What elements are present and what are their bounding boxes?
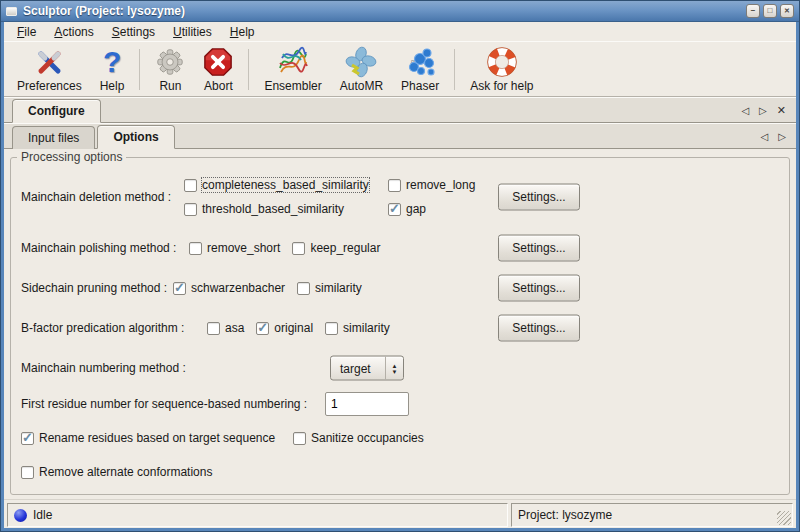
tab-configure-label: Configure xyxy=(28,104,85,118)
ensembler-button[interactable]: Ensembler xyxy=(255,44,330,95)
selected-value: target xyxy=(331,361,385,375)
menu-help[interactable]: Help xyxy=(221,23,264,41)
checkbox-similarity-pruning[interactable]: similarity xyxy=(297,281,362,295)
preferences-button[interactable]: Preferences xyxy=(8,44,91,95)
checkbox-threshold-based-similarity[interactable]: threshold_based_similarity xyxy=(184,202,388,216)
checkbox-box[interactable] xyxy=(21,466,34,479)
tab-close-icon[interactable] xyxy=(777,105,786,116)
checkbox-box[interactable] xyxy=(297,282,310,295)
tab-configure[interactable]: Configure xyxy=(12,99,101,123)
checkbox-box[interactable] xyxy=(388,179,401,192)
crossed-tools-icon xyxy=(33,45,65,79)
status-indicator-icon xyxy=(14,509,27,522)
checkbox-original[interactable]: original xyxy=(256,321,313,335)
checkbox-label: keep_regular xyxy=(310,241,380,255)
checkbox-similarity-bfactor[interactable]: similarity xyxy=(325,321,390,335)
tab-options-label: Options xyxy=(113,130,158,144)
spinner-arrows-icon[interactable] xyxy=(385,357,403,380)
automr-button[interactable]: AutoMR xyxy=(331,44,392,95)
tab-options[interactable]: Options xyxy=(97,125,174,149)
run-button[interactable]: Run xyxy=(146,44,194,95)
help-button[interactable]: Help xyxy=(91,44,134,95)
titlebar[interactable]: Sculptor (Project: lysozyme) xyxy=(1,1,799,22)
checkbox-label: asa xyxy=(225,321,244,335)
maximize-button[interactable] xyxy=(763,4,777,18)
first-residue-input[interactable] xyxy=(325,392,409,416)
abort-label: Abort xyxy=(204,79,233,93)
checkbox-box[interactable] xyxy=(189,242,202,255)
menu-actions[interactable]: Actions xyxy=(45,23,102,41)
checkbox-label: threshold_based_similarity xyxy=(202,202,344,216)
checkbox-box[interactable] xyxy=(388,203,401,216)
run-label: Run xyxy=(159,79,181,93)
toolbar-separator xyxy=(139,49,140,90)
minimize-button[interactable] xyxy=(746,4,760,18)
checkbox-rename-residues[interactable]: Rename residues based on target sequence xyxy=(21,431,275,445)
stop-octagon-icon xyxy=(203,45,233,79)
numbering-method-select[interactable]: target xyxy=(330,356,404,381)
checkbox-remove-alternate-conformations[interactable]: Remove alternate conformations xyxy=(21,465,212,479)
application-window: Sculptor (Project: lysozyme) File Action… xyxy=(0,0,800,532)
checkbox-label: gap xyxy=(406,202,426,216)
tab-scroll-right-icon[interactable] xyxy=(759,106,767,116)
checkbox-box[interactable] xyxy=(184,203,197,216)
menubar: File Actions Settings Utilities Help xyxy=(4,22,796,41)
group-title: Processing options xyxy=(17,150,126,164)
help-label: Help xyxy=(100,79,125,93)
checkbox-completeness-based-similarity[interactable]: completeness_based_similarity xyxy=(184,178,388,192)
resize-grip[interactable] xyxy=(777,511,791,525)
checkbox-sanitize-occupancies[interactable]: Sanitize occupancies xyxy=(293,431,424,445)
checkbox-label: remove_long xyxy=(406,178,475,192)
row-mainchain-polishing: Mainchain polishing method : remove_shor… xyxy=(21,236,789,260)
row-remove-altconf: Remove alternate conformations xyxy=(21,460,789,484)
window-icon xyxy=(6,7,17,16)
toolbar: Preferences Help xyxy=(4,41,796,97)
checkbox-label: remove_short xyxy=(207,241,280,255)
settings-button-pruning[interactable]: Settings... xyxy=(498,275,580,302)
close-button[interactable] xyxy=(780,4,794,18)
abort-button[interactable]: Abort xyxy=(194,44,242,95)
automr-label: AutoMR xyxy=(340,79,383,93)
checkbox-box[interactable] xyxy=(207,322,220,335)
toolbar-separator xyxy=(454,49,455,90)
settings-button-bfactor[interactable]: Settings... xyxy=(498,315,580,342)
menu-utilities[interactable]: Utilities xyxy=(164,23,221,41)
checkbox-schwarzenbacher[interactable]: schwarzenbacher xyxy=(173,281,285,295)
checkbox-label: similarity xyxy=(315,281,362,295)
tab-input-files[interactable]: Input files xyxy=(12,126,95,149)
checkbox-asa[interactable]: asa xyxy=(207,321,244,335)
bfactor-algorithm-label: B-factor predication algorithm : xyxy=(21,321,207,335)
checkbox-box[interactable] xyxy=(325,322,338,335)
checkbox-label: Rename residues based on target sequence xyxy=(39,431,275,445)
lifebuoy-icon xyxy=(486,45,518,79)
phaser-button[interactable]: phaser Phaser xyxy=(392,44,448,95)
settings-button-deletion[interactable]: Settings... xyxy=(498,184,580,211)
statusbar: Idle Project: lysozyme xyxy=(4,499,796,530)
protein-ribbons-icon xyxy=(277,45,309,79)
molecule-blue-icon xyxy=(345,45,377,79)
checkbox-box[interactable] xyxy=(184,179,197,192)
checkbox-label: schwarzenbacher xyxy=(191,281,285,295)
tab-scroll-right-icon[interactable] xyxy=(778,132,786,142)
checkbox-box[interactable] xyxy=(173,282,186,295)
toolbar-separator xyxy=(248,49,249,90)
project-label: Project: lysozyme xyxy=(518,508,612,522)
tab-scroll-left-icon[interactable] xyxy=(741,106,749,116)
main-tab-strip: Configure xyxy=(4,97,796,123)
tab-input-files-label: Input files xyxy=(28,131,79,145)
checkbox-remove-short[interactable]: remove_short xyxy=(189,241,280,255)
question-mark-icon xyxy=(103,45,121,79)
checkbox-box[interactable] xyxy=(21,432,34,445)
ask-for-help-button[interactable]: Ask for help xyxy=(461,44,542,95)
checkbox-label: Sanitize occupancies xyxy=(311,431,424,445)
checkbox-box[interactable] xyxy=(292,242,305,255)
checkbox-keep-regular[interactable]: keep_regular xyxy=(292,241,380,255)
checkbox-box[interactable] xyxy=(293,432,306,445)
checkbox-label: similarity xyxy=(343,321,390,335)
checkbox-label: original xyxy=(274,321,313,335)
menu-settings[interactable]: Settings xyxy=(103,23,164,41)
settings-button-polishing[interactable]: Settings... xyxy=(498,235,580,262)
tab-scroll-left-icon[interactable] xyxy=(761,132,769,142)
checkbox-box[interactable] xyxy=(256,322,269,335)
menu-file[interactable]: File xyxy=(8,23,45,41)
